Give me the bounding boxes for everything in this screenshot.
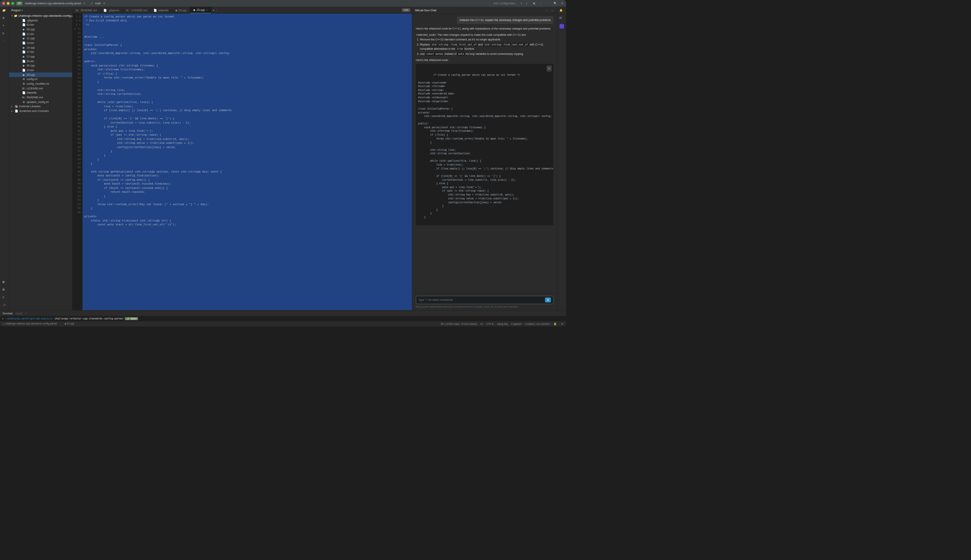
debug-button[interactable]: ⬢ — [532, 2, 536, 5]
more-tools-icon[interactable]: ⋯ — [2, 39, 7, 44]
bottom-tool-tabs: Terminal Local × — [0, 310, 566, 316]
minimize-window-button[interactable] — [7, 2, 9, 5]
encoding[interactable]: UTF-8 — [486, 323, 493, 325]
tree-file[interactable]: ⚙updated_config.ini — [9, 100, 72, 105]
indent[interactable]: 4 spaces* — [511, 323, 522, 325]
project-badge: CP — [16, 2, 23, 5]
tree-file[interactable]: 📄Makefile — [9, 91, 72, 95]
titlebar: CP challenge-refactor-cpp-standards-conf… — [0, 0, 566, 7]
send-button[interactable]: ➤ — [545, 297, 551, 302]
maximize-window-button[interactable] — [11, 2, 14, 5]
editor-tabs: M↓README.md📄.gitignoreM↓LICENSE.md📄Makef… — [73, 7, 412, 13]
settings-icon[interactable]: ⚙ — [560, 2, 564, 5]
off-badge: OFF — [402, 9, 410, 12]
tree-file[interactable]: 📄23.bin — [9, 68, 72, 73]
editor-tab[interactable]: ◆23.cpp× — [190, 7, 211, 13]
user-message: /refactor into C++11, explain the necess… — [457, 16, 554, 24]
problems-tool-icon[interactable]: ⊘ — [2, 296, 7, 300]
tree-file[interactable]: 📄20.bin — [9, 59, 72, 64]
chat-minimize-icon[interactable]: — — [551, 8, 554, 12]
branch-icon: ⎇ — [90, 2, 93, 5]
chat-disclaimer: May provide inappropriate responses not … — [416, 305, 554, 308]
readonly-icon[interactable]: 👁 — [560, 322, 564, 326]
tree-file[interactable]: ◆03.cpp — [9, 27, 72, 32]
tree-scratches[interactable]: ▸📄 Scratches and Consoles — [9, 109, 72, 113]
line-gutter: 1 2 3 4 5 ▸ 6 11 12 13 14 15 16 17 18 19… — [73, 14, 83, 310]
assistant-changes: <selected_code> The main changes require… — [416, 33, 554, 56]
left-tool-rail: 📁 ◉ ✦ ⧉ ⋯ ⬢ ▣ ⊘ ⎇ — [0, 7, 9, 310]
tree-file[interactable]: 📄11.bin — [9, 32, 72, 37]
more-button[interactable]: ⋮ — [539, 2, 542, 5]
search-icon[interactable]: 🔍 — [554, 2, 557, 5]
project-panel-header[interactable]: Project ▾ — [9, 7, 72, 13]
copy-code-button[interactable]: ⧉ — [547, 66, 552, 72]
tree-file[interactable]: ◆14.cpp — [9, 45, 72, 50]
add-configuration-dropdown[interactable]: Add Configuration... — [494, 2, 518, 5]
window-controls — [2, 2, 14, 5]
project-tool-icon[interactable]: 📁 — [2, 9, 7, 13]
terminal-tool-icon[interactable]: ▣ — [2, 288, 7, 293]
close-window-button[interactable] — [2, 2, 5, 5]
tree-file[interactable]: ⚙config.ini — [9, 77, 72, 82]
tab-close-icon[interactable]: × — [25, 312, 27, 315]
ai-assistant-icon[interactable]: ✦ — [559, 24, 564, 29]
build-tool-icon[interactable]: ⬢ — [2, 280, 7, 285]
tree-file[interactable]: M↓LICENSE.md — [9, 86, 72, 91]
run-button[interactable]: ▷ — [525, 2, 529, 5]
tree-file[interactable]: M↓README.md — [9, 95, 72, 100]
linter[interactable]: .clang-tidy — [496, 323, 508, 325]
branch-dropdown[interactable]: main — [95, 2, 101, 5]
tree-file[interactable]: 📄03.bin — [9, 23, 72, 27]
refactored-label: Here's the refactored code: — [416, 58, 554, 62]
vcs-tool-icon[interactable]: ⎇ — [2, 304, 7, 308]
chat-code-block: ⧉ /* Create a config parser which can pa… — [416, 64, 554, 225]
terminal-prompt[interactable]: ▶ ~/d/d/u/ai-workf/gitlab-duo/s/c/challe… — [0, 316, 566, 321]
breadcrumb-root[interactable]: ▢ challenge-refactor-cpp-standards-confi… — [2, 323, 57, 326]
tree-file[interactable]: ◆11.cpp — [9, 36, 72, 41]
lock-icon[interactable]: 🔒 — [554, 322, 557, 326]
tree-file[interactable]: ◆20.cpp — [9, 63, 72, 68]
bookmarks-tool-icon[interactable]: ✦ — [2, 24, 7, 29]
chat-input[interactable] — [418, 298, 545, 302]
tab-overflow[interactable]: ▾ ⋮ — [211, 7, 220, 13]
project-tree: ▾📁 challenge-refactor-cpp-standards-conf… — [9, 14, 72, 310]
chat-header: GitLab Duo Chat ⋮ — — [412, 7, 557, 13]
tree-file[interactable]: 📄17.bin — [9, 50, 72, 54]
local-tab[interactable]: Local — [16, 312, 22, 315]
editor-tab[interactable]: M↓LICENSE.md — [123, 7, 150, 13]
chat-body: /refactor into C++11, explain the necess… — [412, 14, 557, 293]
tree-file[interactable]: ⚙config_modified.ini — [9, 82, 72, 86]
chat-input-wrap: ➤ — [416, 296, 554, 304]
change-item: Use const auto& instead of auto for loop… — [420, 52, 553, 56]
tree-external-libs[interactable]: ▸📚 External Libraries — [9, 104, 72, 109]
change-item: Remove the C++23 standard comment, as it… — [420, 38, 553, 42]
context[interactable]: Context | <no context> — [525, 323, 550, 325]
tree-file[interactable]: 📄.gitignore — [9, 18, 72, 23]
notifications-icon[interactable]: 🔔 — [559, 9, 564, 13]
editor-tab[interactable]: 📄Makefile — [150, 7, 172, 13]
project-name-dropdown[interactable]: challenge-refactor-cpp-standards-config-… — [25, 2, 82, 5]
database-icon[interactable]: ▤ — [559, 16, 564, 21]
project-panel: Project ▾ ▾📁 challenge-refactor-cpp-stan… — [9, 7, 72, 310]
status-bar: ▢ challenge-refactor-cpp-standards-confi… — [0, 321, 566, 326]
assistant-intro: Here's the refactored code for C++11, al… — [416, 27, 554, 31]
editor-tab[interactable]: M↓README.md — [73, 7, 100, 13]
code-editor[interactable]: /* Create a config parser which can pars… — [82, 14, 412, 310]
editor-tab[interactable]: ◆03.cpp — [172, 7, 190, 13]
tree-file[interactable]: ◆23.cpp — [9, 73, 72, 77]
breadcrumb-file[interactable]: ◆ 23.cpp — [65, 323, 75, 326]
right-tool-rail: 🔔 ▤ ✦ — [557, 7, 566, 310]
tree-file[interactable]: ◆17.cpp — [9, 54, 72, 59]
cursor-position[interactable]: 25:1 (2336 chars, 73 line breaks) — [440, 323, 477, 325]
terminal-tab[interactable]: Terminal — [2, 312, 12, 315]
commit-tool-icon[interactable]: ◉ — [2, 16, 7, 21]
line-ending[interactable]: LF — [480, 323, 483, 325]
chat-menu-icon[interactable]: ⋮ — [544, 8, 548, 12]
editor-tab[interactable]: 📄.gitignore — [100, 7, 123, 13]
structure-tool-icon[interactable]: ⧉ — [2, 32, 7, 37]
change-item: Replace std::string::find_first_not_of a… — [420, 43, 553, 51]
tree-file[interactable]: 📄14.bin — [9, 41, 72, 45]
editor-area: M↓README.md📄.gitignoreM↓LICENSE.md📄Makef… — [73, 7, 412, 310]
tree-root[interactable]: ▾📁 challenge-refactor-cpp-standards-conf… — [9, 14, 72, 18]
chat-panel: GitLab Duo Chat ⋮ — /refactor into C++11… — [412, 7, 557, 310]
